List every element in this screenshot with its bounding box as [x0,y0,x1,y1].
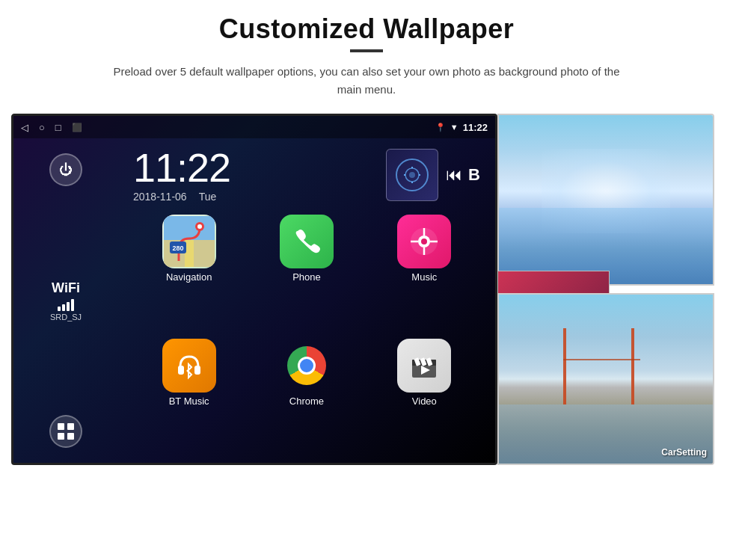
device-area: ◁ ○ □ ⬛ 📍 ▼ 11:22 ⏻ WiFi [11,114,722,465]
page-title: Customized Wallpaper [219,13,515,45]
app-item-video[interactable]: Video [369,339,480,457]
video-label: Video [412,396,437,407]
screenshot-icon[interactable]: ⬛ [72,123,82,132]
music-label: Music [411,271,437,283]
svg-rect-25 [178,366,184,375]
media-controls: ⏮ B [446,165,480,185]
car-setting-label: CarSetting [661,447,707,458]
android-screen: ◁ ○ □ ⬛ 📍 ▼ 11:22 ⏻ WiFi [11,114,497,465]
app-item-music[interactable]: Music [369,215,480,333]
back-icon[interactable]: ◁ [21,122,28,133]
clock-area: 11:22 2018-11-06 Tue [118,138,495,209]
bt-music-label: BT Music [169,396,209,407]
apps-grid-button[interactable] [49,415,82,448]
wifi-bar-4 [71,299,74,311]
app-item-phone[interactable]: Phone [251,215,362,333]
day-value: Tue [199,191,217,203]
media-widget: ⏮ B [386,149,480,201]
prev-track-icon[interactable]: ⏮ [446,165,462,185]
media-icon-box [386,149,438,201]
media-icon-inner [396,159,429,191]
svg-text:280: 280 [172,244,183,252]
clock-display: 11:22 [133,147,230,188]
wifi-ssid: SRD_SJ [50,313,82,321]
app-item-navigation[interactable]: 280 Navigation [133,215,245,333]
app-item-chrome[interactable]: Chrome [251,339,362,457]
status-time: 11:22 [463,122,488,133]
recents-icon[interactable]: □ [55,122,61,133]
svg-rect-12 [185,239,194,267]
chrome-label: Chrome [289,396,324,407]
title-divider [350,49,383,52]
chrome-inner-circle [298,357,316,375]
date-value: 2018-11-06 [133,191,187,203]
bt-music-icon [162,339,216,393]
phone-icon [280,215,334,268]
home-icon[interactable]: ○ [39,122,45,133]
status-icons: 📍 ▼ 11:22 [435,122,488,133]
phone-label: Phone [292,271,321,283]
music-icon [397,215,451,268]
page-wrapper: Customized Wallpaper Preload over 5 defa… [0,0,733,465]
svg-rect-13 [164,216,215,240]
svg-rect-0 [58,423,64,430]
svg-point-20 [421,239,427,244]
left-sidebar: ⏻ WiFi SRD_SJ [13,138,118,463]
wifi-bar-2 [62,304,65,311]
wallpaper-thumb-bottom[interactable]: CarSetting [497,293,714,465]
navigation-icon: 280 [162,215,216,268]
main-content: 11:22 2018-11-06 Tue [118,138,495,463]
page-description: Preload over 5 default wallpaper options… [112,63,621,99]
wifi-label: WiFi [52,280,80,296]
clock-block: 11:22 2018-11-06 Tue [133,147,230,203]
status-bar: ◁ ○ □ ⬛ 📍 ▼ 11:22 [13,116,495,138]
video-icon [397,339,451,393]
svg-point-5 [409,172,415,178]
nav-buttons: ◁ ○ □ ⬛ [21,122,82,133]
wallpaper-thumb-top[interactable] [497,114,714,286]
navigation-label: Navigation [166,271,212,283]
wifi-bar-1 [58,307,61,311]
wifi-bars [58,298,74,311]
svg-rect-2 [58,433,64,440]
svg-rect-3 [67,433,74,440]
power-button[interactable]: ⏻ [49,153,82,186]
app-grid: 280 Navigation Phone [118,209,495,463]
wallpaper-thumbnails: CarSetting [497,114,722,465]
wifi-info: WiFi SRD_SJ [50,280,82,321]
app-item-bt-music[interactable]: BT Music [133,339,245,457]
chrome-icon [280,339,334,393]
wifi-icon: ▼ [450,123,458,132]
wifi-bar-3 [67,302,70,311]
clock-date: 2018-11-06 Tue [133,191,216,203]
location-icon: 📍 [435,123,446,132]
next-label: B [468,165,480,185]
chrome-outer-ring [287,346,326,385]
svg-rect-26 [194,366,200,375]
svg-rect-1 [67,423,74,430]
svg-point-15 [197,224,202,229]
